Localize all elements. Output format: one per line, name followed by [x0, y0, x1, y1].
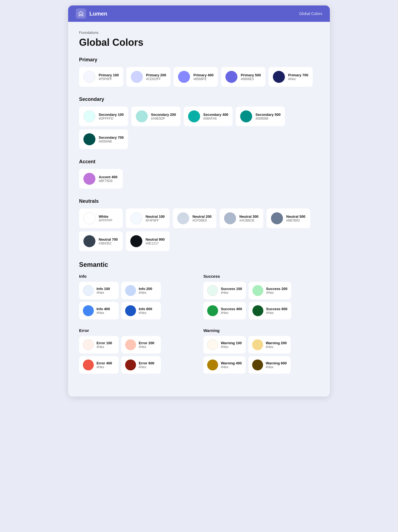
color-name: Secondary 100	[99, 113, 124, 117]
color-hex: #Hex	[97, 291, 110, 295]
color-info: Neutral 100#F4F9FF	[146, 214, 165, 222]
color-name: Error 600	[139, 361, 154, 365]
color-name: Info 600	[139, 307, 152, 311]
neutrals-color-grid: White#FFFFFFNeutral 100#F4F9FFNeutral 20…	[79, 208, 319, 251]
color-swatch	[83, 359, 94, 370]
color-swatch	[83, 305, 94, 316]
section-title-neutrals: Neutrals	[79, 198, 319, 204]
color-name: Success 400	[221, 307, 242, 311]
color-swatch	[207, 339, 218, 350]
color-swatch	[125, 305, 136, 316]
color-name: Neutral 100	[146, 214, 165, 219]
color-info: Warning 600#Hex	[266, 361, 287, 369]
color-info: Neutral 300#ACB8CB	[239, 214, 258, 222]
color-swatch	[83, 339, 94, 350]
semantic-title: Semantic	[79, 261, 319, 268]
color-card: Secondary 500#009088	[236, 107, 285, 126]
color-card: Secondary 200#A9E5DF	[131, 107, 180, 126]
color-name: Info 100	[97, 287, 110, 291]
page-wrapper: Lumen Global Colors Foundations Global C…	[68, 5, 330, 397]
color-name: Primary 200	[146, 73, 166, 77]
color-card: Warning 200#Hex	[248, 336, 291, 353]
breadcrumb: Foundations	[79, 31, 319, 35]
color-card: Secondary 400#08AFA6	[184, 107, 233, 126]
color-hex: #Hex	[266, 311, 287, 315]
section-title-accent: Accent	[79, 159, 319, 165]
color-info: Neutral 700#384352	[99, 237, 118, 245]
accent-color-grid: Accent 400#BF75D9	[79, 169, 319, 189]
app-header: Lumen Global Colors	[68, 5, 330, 22]
color-name: Warning 600	[266, 361, 287, 365]
color-info: Secondary 100#DFFFFD	[99, 113, 124, 120]
color-hex: #Hex	[266, 365, 287, 369]
color-swatch	[188, 110, 200, 122]
color-info: Error 600#Hex	[139, 361, 154, 369]
color-info: Primary 200#CDD2FF	[146, 73, 166, 81]
color-swatch	[178, 71, 190, 83]
color-swatch	[83, 133, 95, 145]
color-swatch	[83, 110, 95, 122]
color-info: Info 400#Hex	[97, 307, 110, 315]
color-card: Success 100#Hex	[203, 282, 246, 299]
color-swatch	[225, 71, 237, 83]
color-swatch	[83, 71, 95, 83]
color-swatch	[125, 339, 136, 350]
color-hex: #BF75D9	[99, 179, 117, 183]
color-name: Success 100	[221, 287, 242, 291]
color-swatch	[252, 285, 263, 296]
color-swatch	[252, 359, 263, 370]
color-card: Info 200#Hex	[121, 282, 161, 299]
color-name: Primary 100	[99, 73, 119, 77]
color-hex: #08AFA6	[203, 117, 228, 120]
color-hex: #Hex	[288, 77, 308, 81]
color-swatch	[83, 235, 95, 247]
color-swatch	[271, 212, 283, 224]
color-swatch	[83, 285, 94, 296]
color-swatch	[273, 71, 285, 83]
color-hex: #Hex	[97, 345, 112, 349]
color-name: Secondary 200	[151, 113, 176, 117]
color-name: Success 600	[266, 307, 287, 311]
color-info: Warning 200#Hex	[266, 341, 287, 349]
color-hex: #F5F6FF	[99, 77, 119, 81]
app-name: Lumen	[89, 11, 107, 17]
color-name: Secondary 400	[203, 113, 228, 117]
color-info: Info 200#Hex	[139, 287, 152, 295]
color-hex: #Hex	[221, 345, 242, 349]
color-info: Primary 400#8588FE	[193, 73, 213, 81]
color-info: Success 200#Hex	[266, 287, 287, 295]
color-card: White#FFFFFF	[79, 208, 123, 228]
color-name: Primary 400	[193, 73, 213, 77]
color-card: Neutral 500#6B7B93	[267, 208, 310, 228]
color-hex: #Hex	[221, 365, 242, 369]
color-hex: #A9E5DF	[151, 117, 176, 120]
section-title-primary: Primary	[79, 57, 319, 63]
color-card: Secondary 100#DFFFFD	[79, 107, 128, 126]
color-hex: #6866E3	[241, 77, 261, 81]
color-name: Error 200	[139, 341, 154, 345]
color-info: Secondary 400#08AFA6	[203, 113, 228, 120]
color-info: Error 100#Hex	[97, 341, 112, 349]
color-name: Error 100	[97, 341, 112, 345]
color-hex: #DFFFFD	[99, 117, 124, 120]
color-card: Primary 700#Hex	[269, 67, 313, 87]
color-name: Neutral 700	[99, 237, 118, 241]
color-swatch	[240, 110, 252, 122]
color-card: Warning 400#Hex	[203, 356, 246, 374]
color-swatch	[224, 212, 236, 224]
color-hex: #Hex	[139, 311, 152, 315]
color-swatch	[125, 285, 136, 296]
main-content: Foundations Global Colors Primary Primar…	[68, 22, 330, 397]
color-hex: #CDD2FF	[146, 77, 166, 81]
header-nav-item[interactable]: Global Colors	[299, 11, 322, 16]
color-hex: #Hex	[139, 365, 154, 369]
color-info: Info 600#Hex	[139, 307, 152, 315]
color-swatch	[207, 285, 218, 296]
color-info: Neutral 200#CFD8E5	[192, 214, 212, 222]
section-primary: Primary Primary 100#F5F6FFPrimary 200#CD…	[79, 57, 319, 87]
error-group: Error Error 100#HexError 200#HexError 40…	[79, 328, 195, 374]
color-name: Secondary 500	[255, 113, 281, 117]
color-name: Warning 100	[221, 341, 242, 345]
color-swatch	[131, 71, 143, 83]
color-card: Accent 400#BF75D9	[79, 169, 123, 189]
